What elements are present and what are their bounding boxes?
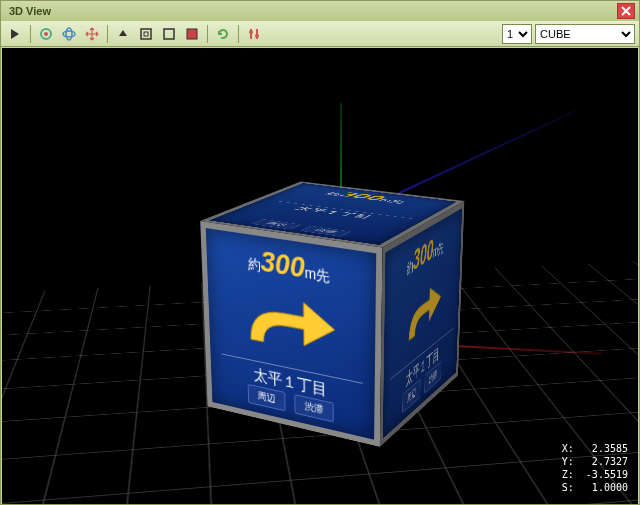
svg-point-8 — [249, 30, 253, 34]
3d-view-window: 3D View — [0, 0, 640, 505]
settings-button[interactable] — [244, 24, 264, 44]
close-icon — [621, 6, 631, 16]
toolbar: 1 CUBE — [1, 21, 639, 47]
solid-icon — [185, 27, 199, 41]
svg-rect-7 — [187, 29, 197, 39]
texture-button-right: 渋滞 — [300, 226, 351, 237]
svg-rect-6 — [164, 29, 174, 39]
texture-button-left: 周辺 — [252, 219, 302, 229]
coord-y: Y: 2.7327 — [562, 455, 628, 468]
refresh-icon — [216, 27, 230, 41]
toolbar-separator — [30, 25, 31, 43]
titlebar: 3D View — [1, 1, 639, 21]
coordinates-readout: X: 2.3585 Y: 2.7327 Z: -3.5519 S: 1.0000 — [562, 442, 628, 494]
viewport[interactable]: 約300m先 太平１丁目 周辺 渋滞 約300m先 — [2, 48, 638, 504]
coord-s: S: 1.0000 — [562, 481, 628, 494]
view-button-2[interactable] — [59, 24, 79, 44]
toolbar-separator — [107, 25, 108, 43]
view-button-1[interactable] — [36, 24, 56, 44]
shade-button-4[interactable] — [182, 24, 202, 44]
coord-x: X: 2.3585 — [562, 442, 628, 455]
triangle-up-icon — [116, 27, 130, 41]
camera-icon — [39, 27, 53, 41]
distance-unit: m先 — [305, 264, 330, 285]
svg-point-3 — [66, 28, 72, 40]
play-button[interactable] — [5, 24, 25, 44]
svg-rect-4 — [141, 29, 151, 39]
shade-button-1[interactable] — [113, 24, 133, 44]
wireframe-icon — [162, 27, 176, 41]
object-name-select[interactable]: CUBE — [535, 24, 635, 44]
view-button-3[interactable] — [82, 24, 102, 44]
svg-point-9 — [255, 34, 259, 38]
window-title: 3D View — [5, 5, 617, 17]
refresh-button[interactable] — [213, 24, 233, 44]
svg-point-2 — [63, 31, 75, 37]
cube-scene: 約300m先 太平１丁目 周辺 渋滞 約300m先 — [232, 198, 442, 408]
coord-z: Z: -3.5519 — [562, 468, 628, 481]
distance-unit: m先 — [377, 198, 407, 204]
shade-button-3[interactable] — [159, 24, 179, 44]
frame-icon — [139, 27, 153, 41]
move-icon — [85, 27, 99, 41]
object-index-select[interactable]: 1 — [502, 24, 532, 44]
close-button[interactable] — [617, 3, 635, 19]
orbit-icon — [62, 27, 76, 41]
toolbar-separator — [238, 25, 239, 43]
cube-object[interactable]: 約300m先 太平１丁目 周辺 渋滞 約300m先 — [254, 200, 427, 409]
sliders-icon — [247, 27, 261, 41]
play-icon — [9, 28, 21, 40]
shade-button-2[interactable] — [136, 24, 156, 44]
distance-prefix: 約 — [248, 255, 261, 274]
toolbar-separator — [207, 25, 208, 43]
svg-rect-5 — [144, 32, 148, 36]
svg-point-1 — [44, 32, 48, 36]
